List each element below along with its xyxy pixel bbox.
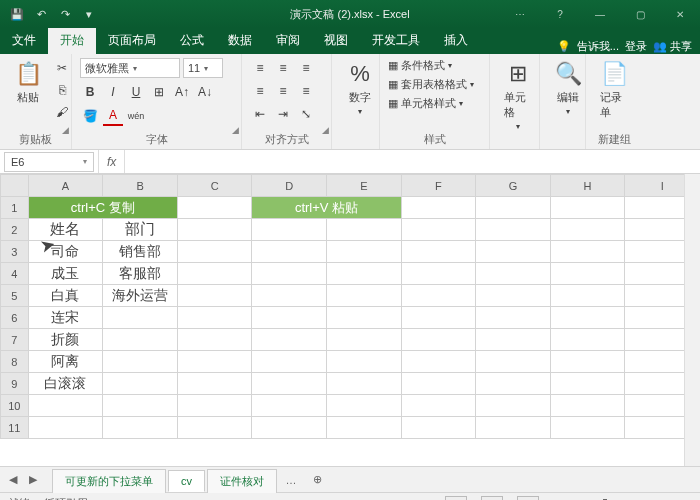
cell[interactable]: 销售部: [103, 241, 178, 263]
tab-dev[interactable]: 开发工具: [360, 27, 432, 54]
sheet-nav-prev[interactable]: ◀: [4, 471, 22, 489]
cell[interactable]: [28, 417, 103, 439]
font-size-combo[interactable]: 11▾: [183, 58, 223, 78]
cell[interactable]: [252, 417, 327, 439]
sheet-nav-next[interactable]: ▶: [24, 471, 42, 489]
fx-button[interactable]: fx: [98, 150, 125, 173]
vertical-scrollbar[interactable]: [684, 174, 700, 466]
ribbon-options-icon[interactable]: ⋯: [500, 0, 540, 28]
sheet-tab[interactable]: 可更新的下拉菜单: [52, 469, 166, 493]
cell[interactable]: [401, 417, 476, 439]
cell[interactable]: [252, 329, 327, 351]
cell[interactable]: [252, 263, 327, 285]
decrease-indent-button[interactable]: ⇤: [250, 104, 270, 124]
tab-layout[interactable]: 页面布局: [96, 27, 168, 54]
sheet-add-icon[interactable]: ⊕: [305, 473, 329, 486]
cell-styles-button[interactable]: ▦单元格样式▾: [388, 96, 463, 111]
orientation-button[interactable]: ⤡: [296, 104, 316, 124]
align-left-button[interactable]: ≡: [250, 81, 270, 101]
cell[interactable]: [401, 197, 476, 219]
cell[interactable]: 折颜: [28, 329, 103, 351]
cell[interactable]: [252, 351, 327, 373]
align-middle-button[interactable]: ≡: [273, 58, 293, 78]
align-right-button[interactable]: ≡: [296, 81, 316, 101]
bold-button[interactable]: B: [80, 82, 100, 102]
cell[interactable]: [327, 241, 402, 263]
cell[interactable]: [103, 373, 178, 395]
view-normal-button[interactable]: [445, 496, 467, 501]
cell[interactable]: [550, 285, 625, 307]
cell[interactable]: [550, 351, 625, 373]
cell[interactable]: [401, 241, 476, 263]
cell[interactable]: [327, 329, 402, 351]
cell[interactable]: [177, 329, 252, 351]
cell[interactable]: [177, 417, 252, 439]
cell[interactable]: [550, 373, 625, 395]
cell[interactable]: [177, 197, 252, 219]
row-header[interactable]: 4: [1, 263, 29, 285]
cell[interactable]: [476, 373, 551, 395]
col-header[interactable]: C: [177, 175, 252, 197]
cell[interactable]: [177, 351, 252, 373]
view-page-layout-button[interactable]: [481, 496, 503, 501]
col-header[interactable]: G: [476, 175, 551, 197]
cell[interactable]: [28, 395, 103, 417]
cell[interactable]: [476, 329, 551, 351]
italic-button[interactable]: I: [103, 82, 123, 102]
cell[interactable]: [177, 241, 252, 263]
border-button[interactable]: ⊞: [149, 82, 169, 102]
format-as-table-button[interactable]: ▦套用表格格式▾: [388, 77, 474, 92]
format-painter-button[interactable]: 🖌: [52, 102, 72, 122]
row-header[interactable]: 3: [1, 241, 29, 263]
cell[interactable]: [177, 219, 252, 241]
cell[interactable]: [550, 329, 625, 351]
row-header[interactable]: 2: [1, 219, 29, 241]
col-header[interactable]: H: [550, 175, 625, 197]
record-form-button[interactable]: 📄记录单: [594, 58, 634, 122]
row-header[interactable]: 1: [1, 197, 29, 219]
underline-button[interactable]: U: [126, 82, 146, 102]
qat-redo[interactable]: ↷: [56, 5, 74, 23]
qat-save[interactable]: 💾: [8, 5, 26, 23]
col-header[interactable]: F: [401, 175, 476, 197]
phonetic-button[interactable]: wén: [126, 106, 146, 126]
font-color-button[interactable]: A: [103, 106, 123, 126]
cell[interactable]: [401, 395, 476, 417]
row-header[interactable]: 11: [1, 417, 29, 439]
editing-button[interactable]: 🔍编辑▾: [548, 58, 588, 118]
tab-view[interactable]: 视图: [312, 27, 360, 54]
cell[interactable]: [327, 351, 402, 373]
help-icon[interactable]: ?: [540, 0, 580, 28]
cell[interactable]: [401, 285, 476, 307]
qat-customize-icon[interactable]: ▾: [80, 5, 98, 23]
cell[interactable]: [103, 417, 178, 439]
tab-file[interactable]: 文件: [0, 27, 48, 54]
maximize-icon[interactable]: ▢: [620, 0, 660, 28]
col-header[interactable]: D: [252, 175, 327, 197]
name-box[interactable]: E6▾: [4, 152, 94, 172]
cell[interactable]: 白真: [28, 285, 103, 307]
cell[interactable]: 司命: [28, 241, 103, 263]
cell[interactable]: [476, 197, 551, 219]
row-header[interactable]: 6: [1, 307, 29, 329]
row-header[interactable]: 9: [1, 373, 29, 395]
cell[interactable]: [327, 285, 402, 307]
tab-formulas[interactable]: 公式: [168, 27, 216, 54]
col-header[interactable]: A: [28, 175, 103, 197]
cell[interactable]: [476, 219, 551, 241]
close-icon[interactable]: ✕: [660, 0, 700, 28]
cell[interactable]: [550, 241, 625, 263]
grow-font-button[interactable]: A↑: [172, 82, 192, 102]
cell[interactable]: [550, 307, 625, 329]
row-header[interactable]: 10: [1, 395, 29, 417]
fill-color-button[interactable]: 🪣: [80, 106, 100, 126]
font-launcher-icon[interactable]: ◢: [232, 125, 239, 135]
cell[interactable]: [401, 351, 476, 373]
row-header[interactable]: 5: [1, 285, 29, 307]
number-format-button[interactable]: %数字▾: [340, 58, 380, 118]
banner-paste[interactable]: ctrl+V 粘贴: [252, 197, 401, 219]
cell[interactable]: [476, 351, 551, 373]
cut-button[interactable]: ✂: [52, 58, 72, 78]
col-header[interactable]: E: [327, 175, 402, 197]
formula-bar[interactable]: [125, 160, 700, 164]
